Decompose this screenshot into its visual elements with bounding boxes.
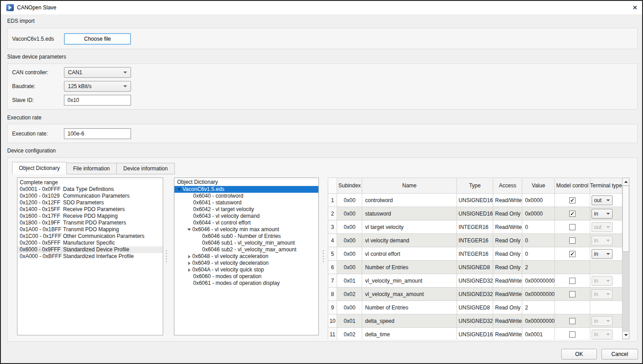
model-control-checkbox[interactable]: ✓: [569, 197, 575, 203]
tree-collapsed-icon[interactable]: [186, 268, 192, 272]
tree-item-label: 0x6046 sub2 - vl_velocity_max_amount: [202, 246, 296, 253]
table-row[interactable]: 60x00Number of EntriesUNSIGNED8Read Only…: [328, 261, 622, 274]
range-list-item[interactable]: 0x6000 - 0x9FFFStandardized Device Profi…: [17, 246, 163, 253]
model-control-checkbox[interactable]: [569, 237, 575, 244]
tree-item[interactable]: 0x6041 - statusword: [174, 199, 318, 206]
table-row[interactable]: 100x01delta_speedUNSIGNED32Read/Write0x0…: [328, 314, 622, 328]
range-list-item[interactable]: 0x1400 - 0x15FFReceive PDO Parameters: [17, 206, 163, 213]
model-control-checkbox[interactable]: [569, 291, 575, 297]
chevron-down-icon: [123, 72, 127, 73]
scrollbar-thumb[interactable]: [622, 186, 629, 252]
tree-item[interactable]: 0x6046 sub2 - vl_velocity_max_amount: [174, 246, 318, 253]
tree-item[interactable]: 0x6040 - controlword: [174, 193, 318, 199]
chevron-down-icon: [606, 320, 610, 322]
range-list-item[interactable]: 0x2000 - 0x5FFFManufacturer Specific: [17, 240, 163, 246]
range-list-item[interactable]: Complete range: [17, 179, 163, 186]
table-row[interactable]: 50x00vl control effortINTEGER16Read Only…: [328, 247, 622, 261]
cell-type: UNSIGNED8: [457, 301, 493, 314]
range-list-item[interactable]: 0x1600 - 0x17FFReceive PDO Mapping: [17, 213, 163, 220]
cell-value: 0: [522, 247, 555, 261]
terminal-type-dropdown: in: [592, 330, 613, 339]
model-control-checkbox[interactable]: [569, 331, 575, 338]
range-list-item[interactable]: 0x1C00 - 0x1FFFOther Communication Param…: [17, 233, 163, 240]
slave-id-input[interactable]: [64, 95, 131, 106]
splitter-handle[interactable]: [165, 247, 168, 265]
ok-button[interactable]: OK: [561, 349, 597, 360]
tree-item[interactable]: VaconC6v1.5.eds: [174, 186, 318, 193]
table-row[interactable]: 70x01vl_velocity_min_amountUNSIGNED32Rea…: [328, 274, 622, 288]
model-control-checkbox[interactable]: [569, 224, 575, 230]
model-control-checkbox[interactable]: [569, 318, 575, 324]
table-row[interactable]: 40x00vl velocity demandINTEGER16Read Onl…: [328, 234, 622, 247]
range-text: 0x1400 - 0x15FF: [20, 206, 63, 213]
table-vertical-scrollbar[interactable]: [622, 178, 630, 339]
cell-model-control: [555, 274, 590, 288]
table-row[interactable]: 20x00statuswordUNSIGNED16Read Only0x0000…: [328, 207, 622, 220]
tree-item[interactable]: 0x6042 - vl target velocity: [174, 206, 318, 213]
cell-name: vl_velocity_max_amount: [362, 288, 457, 301]
cell-model-control: ✓: [555, 247, 590, 261]
can-controller-select[interactable]: CAN1: [64, 67, 131, 78]
tree-item-label: 0x6041 - statusword: [193, 199, 241, 206]
tree-item[interactable]: 0x6046 - vl velocity min max amount: [174, 226, 318, 233]
tree-item[interactable]: 0x6044 - vl control effort: [174, 220, 318, 226]
chevron-down-icon: [606, 253, 610, 255]
complete-range-panel: Complete range0x0001 - 0x0FFFData Type D…: [17, 178, 163, 335]
tree-item[interactable]: 0x6043 - vl velocity demand: [174, 213, 318, 220]
scroll-up-icon[interactable]: [622, 178, 629, 186]
tree-item[interactable]: 0x6048 - vl velocity acceleration: [174, 253, 318, 260]
model-control-checkbox[interactable]: ✓: [569, 211, 575, 217]
range-list-item[interactable]: 0x1A00 - 0x1BFFTransmit PDO Mapping: [17, 226, 163, 233]
table-row[interactable]: 10x00controlwordUNSIGNED16Read/Write0x00…: [328, 194, 622, 207]
table-row[interactable]: 80x02vl_velocity_max_amountUNSIGNED32Rea…: [328, 288, 622, 301]
range-text: 0x2000 - 0x5FFF: [20, 240, 63, 246]
baudrate-select[interactable]: 125 kBit/s: [64, 81, 131, 92]
tab-file-information[interactable]: File information: [66, 163, 117, 174]
tree-item[interactable]: 0x6046 sub0 - Number of Entries: [174, 233, 318, 240]
close-icon[interactable]: ×: [629, 2, 641, 13]
model-control-checkbox[interactable]: [569, 278, 575, 284]
tree-item[interactable]: 0x6049 - vl velocity deceleration: [174, 260, 318, 267]
cancel-button[interactable]: Cancel: [601, 349, 638, 360]
range-list-item[interactable]: 0x1200 - 0x12FFSDO Parameters: [17, 199, 163, 206]
tab-device-information[interactable]: Device information: [116, 163, 175, 174]
splitter-handle[interactable]: [322, 247, 325, 265]
range-list-item[interactable]: 0x0001 - 0x0FFFData Type Definitions: [17, 186, 163, 193]
terminal-type-dropdown[interactable]: in: [592, 249, 613, 259]
object-dictionary-panel: Object Dictionary VaconC6v1.5.eds0x6040 …: [174, 178, 319, 335]
table-row[interactable]: 30x00vl target velocityINTEGER16Read/Wri…: [328, 220, 622, 234]
tree-item[interactable]: 0x6061 - modes of operation display: [174, 280, 318, 287]
terminal-type-dropdown[interactable]: out: [592, 195, 613, 205]
tree-item[interactable]: 0x604A - vl velocity quick stop: [174, 267, 318, 273]
column-header-model-control: Model control: [555, 178, 590, 194]
tree-item-label: 0x6040 - controlword: [193, 193, 243, 199]
cell-model-control: ✓: [555, 194, 590, 207]
table-row[interactable]: 90x00Number of EntriesUNSIGNED8Read Only…: [328, 301, 622, 314]
range-text: 0x1200 - 0x12FF: [20, 199, 63, 206]
tab-object-dictionary[interactable]: Object Dictionary: [12, 162, 67, 174]
choose-file-button[interactable]: Choose file: [64, 33, 131, 45]
terminal-type-dropdown[interactable]: in: [592, 209, 613, 219]
slave-id-label: Slave ID:: [12, 95, 34, 106]
tree-collapsed-icon[interactable]: [186, 255, 192, 258]
cell-model-control: [555, 220, 590, 234]
tree-expanded-icon[interactable]: [176, 188, 182, 190]
cell-access: Read/Write: [493, 314, 522, 328]
table-row[interactable]: 110x02delta_timeUNSIGNED16Read/Write0x00…: [328, 328, 622, 340]
tree-collapsed-icon[interactable]: [186, 262, 192, 265]
execution-rate-input[interactable]: [64, 128, 131, 139]
range-list-item[interactable]: 0x1800 - 0x19FFTransmit PDO Parameters: [17, 220, 163, 226]
cell-model-control: [555, 288, 590, 301]
model-control-checkbox[interactable]: ✓: [569, 251, 575, 257]
cell-rownum: 9: [328, 301, 337, 314]
scroll-down-icon[interactable]: [622, 331, 629, 339]
terminal-type-dropdown: in: [592, 289, 613, 299]
range-list-item[interactable]: 0x1000 - 0x1029Communication Parameters: [17, 193, 163, 199]
tree-item[interactable]: 0x6060 - modes of operation: [174, 273, 318, 280]
baudrate-label: Baudrate:: [12, 81, 35, 92]
range-list-item[interactable]: 0xA000 - 0xBFFFStandardized Interface Pr…: [17, 253, 163, 260]
tree-item[interactable]: 0x6046 sub1 - vl_velocity_min_amount: [174, 240, 318, 246]
terminal-type-dropdown: in: [592, 276, 613, 286]
tree-expanded-icon[interactable]: [186, 229, 192, 231]
eds-import-section-label: EDS import: [7, 18, 34, 25]
